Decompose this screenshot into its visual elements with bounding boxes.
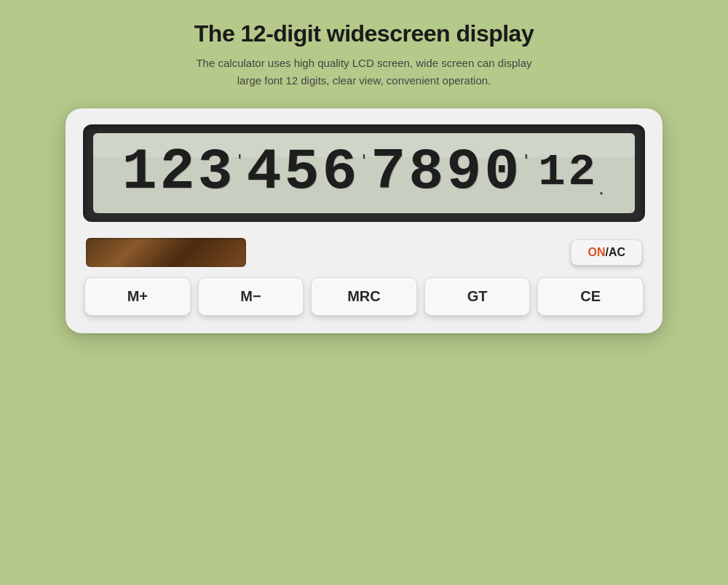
- digit-8: 8: [408, 143, 445, 202]
- digit-9: 9: [446, 143, 483, 202]
- digit-4: 4: [246, 143, 282, 202]
- m-minus-button[interactable]: M−: [198, 277, 304, 316]
- display-digits: 1 2 3 ' 4 5 6 ' 7 8 9 0 ' 1 2 .: [122, 143, 607, 202]
- sep-2: ': [360, 154, 369, 167]
- digit-3: 3: [198, 143, 234, 202]
- sep-3: ': [522, 154, 531, 167]
- screen-outer: 1 2 3 ' 4 5 6 ' 7 8 9 0 ' 1 2 .: [83, 124, 645, 222]
- page-subtitle: The calculator uses high quality LCD scr…: [15, 55, 713, 89]
- digit-11: 1: [538, 150, 566, 195]
- page-title: The 12-digit widescreen display: [15, 20, 713, 47]
- controls-row: ON /AC: [83, 238, 645, 267]
- digit-6: 6: [322, 143, 358, 202]
- digit-5: 5: [284, 143, 320, 202]
- screen-inner: 1 2 3 ' 4 5 6 ' 7 8 9 0 ' 1 2 .: [93, 133, 635, 213]
- function-buttons-row: M+ M− MRC GT CE: [83, 277, 645, 316]
- on-ac-button[interactable]: ON /AC: [571, 239, 642, 266]
- m-plus-button[interactable]: M+: [84, 277, 191, 316]
- calculator-wrapper: 1 2 3 ' 4 5 6 ' 7 8 9 0 ' 1 2 .: [0, 101, 728, 585]
- digit-1: 1: [122, 143, 159, 202]
- digit-2: 2: [160, 143, 197, 202]
- ac-label: /AC: [605, 246, 625, 259]
- solar-panel: [86, 238, 246, 267]
- on-label: ON: [587, 246, 605, 259]
- gt-button[interactable]: GT: [424, 277, 531, 316]
- calculator-body: 1 2 3 ' 4 5 6 ' 7 8 9 0 ' 1 2 .: [66, 108, 662, 333]
- decimal-point: .: [598, 184, 607, 197]
- digit-7: 7: [371, 143, 407, 202]
- mrc-button[interactable]: MRC: [311, 277, 417, 316]
- sep-1: ': [236, 154, 245, 167]
- ce-button[interactable]: CE: [537, 277, 644, 316]
- header-section: The 12-digit widescreen display The calc…: [0, 0, 728, 101]
- digit-12: 2: [568, 150, 596, 195]
- digit-10: 0: [484, 143, 521, 202]
